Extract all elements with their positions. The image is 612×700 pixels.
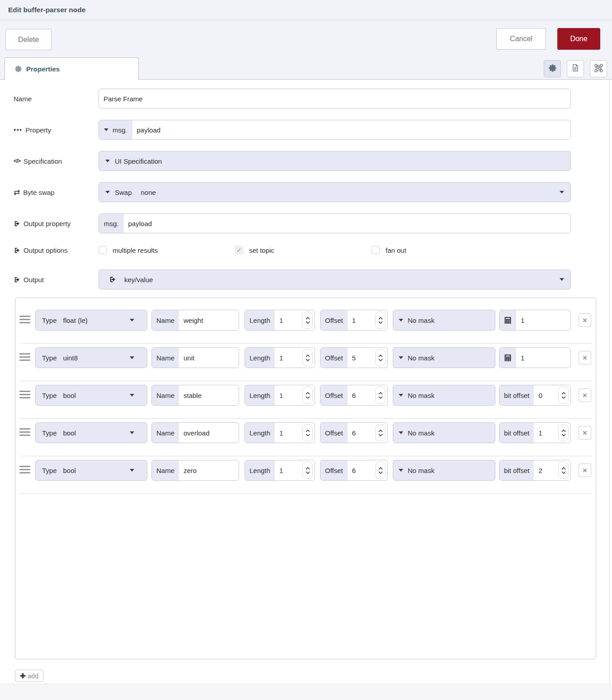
property-prefix: msg. xyxy=(113,126,127,134)
set-topic-checkbox[interactable] xyxy=(235,246,243,254)
name-field[interactable]: Name zero xyxy=(151,460,239,481)
chevron-down-icon xyxy=(104,128,108,131)
output-select[interactable]: key/value xyxy=(99,270,571,289)
tab-properties-label: Properties xyxy=(26,65,60,73)
chevron-down-icon xyxy=(560,278,564,281)
spinner-control[interactable] xyxy=(558,462,569,479)
spinner-control[interactable] xyxy=(302,462,313,479)
chevron-down-icon xyxy=(105,191,110,194)
spinner-control[interactable] xyxy=(375,462,386,479)
length-field[interactable]: Length 1 xyxy=(245,347,315,368)
drag-handle-icon[interactable] xyxy=(19,391,30,398)
mask-select[interactable]: No mask xyxy=(393,385,495,406)
spinner-control[interactable] xyxy=(302,349,313,366)
calculator-icon xyxy=(499,348,516,368)
chevron-down-icon xyxy=(399,394,403,397)
scale-field[interactable]: 1 xyxy=(499,310,571,331)
gear-icon xyxy=(549,64,556,74)
file-text-icon xyxy=(571,64,579,74)
type-select[interactable]: Typebool xyxy=(35,460,147,481)
remove-row-button[interactable]: ✕ xyxy=(579,388,591,402)
spinner-control[interactable] xyxy=(302,424,313,441)
name-field[interactable]: Name stable xyxy=(151,385,239,406)
drag-handle-icon[interactable] xyxy=(19,316,30,323)
drag-handle-icon[interactable] xyxy=(19,353,30,361)
mask-select[interactable]: No mask xyxy=(393,460,495,481)
description-view-button[interactable] xyxy=(567,60,584,77)
plus-icon: ✚ xyxy=(20,672,26,680)
scale-field[interactable]: 1 xyxy=(499,347,571,368)
add-row-button[interactable]: ✚ add xyxy=(15,670,43,682)
ellipsis-icon: ●●● xyxy=(14,128,22,132)
drag-handle-icon[interactable] xyxy=(19,466,30,473)
fan-out-option[interactable]: fan out xyxy=(372,245,406,255)
fan-out-checkbox[interactable] xyxy=(372,246,380,254)
property-input[interactable]: msg. payload xyxy=(99,120,571,140)
spinner-control[interactable] xyxy=(375,349,386,366)
chevron-down-icon xyxy=(399,431,403,434)
spinner-control[interactable] xyxy=(558,424,569,441)
type-select[interactable]: Typebool xyxy=(35,422,147,443)
offset-field[interactable]: Offset 5 xyxy=(320,347,388,368)
name-field[interactable]: Name weight xyxy=(151,310,239,331)
appearance-view-button[interactable] xyxy=(590,60,607,77)
spinner-control[interactable] xyxy=(375,387,386,404)
multiple-results-option[interactable]: multiple results xyxy=(99,245,158,255)
mask-select[interactable]: No mask xyxy=(393,422,495,443)
row-separator xyxy=(20,381,592,381)
output-property-value: payload xyxy=(124,220,152,227)
name-input[interactable]: Parse Frame xyxy=(99,89,571,109)
remove-row-button[interactable]: ✕ xyxy=(579,313,591,327)
spinner-control[interactable] xyxy=(302,387,313,404)
spinner-control[interactable] xyxy=(375,312,386,329)
set-topic-option[interactable]: set topic xyxy=(235,245,274,255)
workspace-background xyxy=(0,684,612,700)
done-button[interactable]: Done xyxy=(557,28,600,50)
name-field[interactable]: Name overload xyxy=(151,422,239,443)
spinner-control[interactable] xyxy=(375,424,386,441)
offset-field[interactable]: Offset 6 xyxy=(320,422,388,443)
bit-offset-field[interactable]: bit offset 1 xyxy=(499,422,571,443)
specification-value: UI Specification xyxy=(115,157,162,165)
length-field[interactable]: Length 1 xyxy=(245,310,315,331)
remove-row-button[interactable]: ✕ xyxy=(579,464,591,477)
mask-select[interactable]: No mask xyxy=(393,347,495,368)
type-select[interactable]: Typebool xyxy=(35,385,147,406)
multiple-results-label: multiple results xyxy=(113,246,158,254)
length-field[interactable]: Length 1 xyxy=(245,460,315,481)
list-item-row: Typefloat (le) Name weight Length 1 Offs… xyxy=(15,310,596,331)
properties-view-button[interactable] xyxy=(544,60,561,77)
remove-row-button[interactable]: ✕ xyxy=(579,426,591,440)
bit-offset-field[interactable]: bit offset 2 xyxy=(499,460,571,481)
length-field[interactable]: Length 1 xyxy=(245,385,315,406)
type-select[interactable]: Typefloat (le) xyxy=(35,310,147,331)
chevron-down-icon xyxy=(130,469,134,472)
delete-button[interactable]: Delete xyxy=(5,29,52,50)
name-field[interactable]: Name unit xyxy=(151,347,239,368)
specification-select[interactable]: UI Specification xyxy=(99,151,571,171)
exchange-icon: ⇄ xyxy=(14,188,20,197)
chevron-down-icon xyxy=(130,356,134,359)
type-select[interactable]: Typeuint8 xyxy=(35,347,147,368)
property-type-selector[interactable]: msg. xyxy=(99,120,132,139)
byteswap-select[interactable]: Swap none xyxy=(99,182,571,202)
length-field[interactable]: Length 1 xyxy=(245,422,315,443)
sign-out-icon xyxy=(14,220,20,227)
offset-field[interactable]: Offset 6 xyxy=(320,460,388,481)
drag-handle-icon[interactable] xyxy=(19,428,30,436)
bit-offset-field[interactable]: bit offset 0 xyxy=(499,385,571,406)
remove-row-button[interactable]: ✕ xyxy=(579,351,591,364)
spinner-control[interactable] xyxy=(302,312,313,329)
cancel-button[interactable]: Cancel xyxy=(496,28,546,50)
items-list: Typefloat (le) Name weight Length 1 Offs… xyxy=(15,298,596,659)
offset-field[interactable]: Offset 6 xyxy=(320,385,388,406)
chevron-down-icon xyxy=(130,394,134,397)
row-separator xyxy=(20,418,592,419)
tab-properties[interactable]: Properties xyxy=(5,57,139,80)
spinner-control[interactable] xyxy=(558,387,569,404)
offset-field[interactable]: Offset 1 xyxy=(320,310,388,331)
mask-select[interactable]: No mask xyxy=(393,310,495,331)
specification-label: </> Specification xyxy=(14,151,62,171)
multiple-results-checkbox[interactable] xyxy=(99,246,107,254)
output-property-input[interactable]: msg. payload xyxy=(99,213,571,233)
